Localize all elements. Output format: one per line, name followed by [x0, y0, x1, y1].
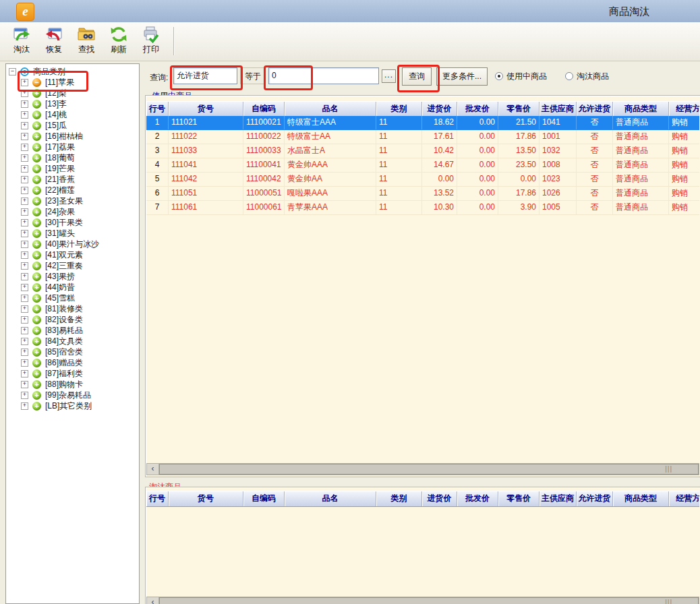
expand-icon[interactable]: +	[21, 230, 28, 237]
tree-item[interactable]: ++[41]双元素	[6, 249, 139, 260]
restore-button[interactable]: 恢复	[38, 24, 70, 59]
expand-icon[interactable]: +	[21, 284, 28, 291]
column-header[interactable]: 品名	[285, 102, 376, 117]
column-header[interactable]: 货号	[169, 102, 243, 117]
scroll-left-icon[interactable]: ‹	[147, 464, 159, 475]
expand-icon[interactable]: +	[21, 100, 28, 108]
column-header[interactable]: 主供应商	[539, 491, 577, 506]
column-header[interactable]: 商品类型	[613, 102, 669, 117]
table-row[interactable]: 411104111100041黄金帅AAA1114.670.0023.50100…	[146, 158, 699, 173]
tree-item[interactable]: ++[40]果汁与冰沙	[6, 239, 139, 249]
eliminate-button[interactable]: 淘汰	[5, 24, 38, 59]
query-field-combo[interactable]: 允许进货	[173, 67, 237, 84]
expand-icon[interactable]: +	[21, 122, 28, 129]
column-header[interactable]: 品名	[285, 491, 376, 506]
tree-item[interactable]: ++[88]购物卡	[6, 379, 139, 390]
table-row[interactable]: 311103311100033水晶富士A1110.420.0013.501032…	[146, 144, 699, 158]
expand-icon[interactable]: +	[21, 90, 28, 97]
tree-item[interactable]: ++[17]荔果	[6, 142, 139, 152]
tree-item[interactable]: ++[15]瓜	[6, 120, 139, 131]
tree-item[interactable]: ++[16]柑桔柚	[6, 131, 139, 142]
tree-item[interactable]: ++[86]赠品类	[6, 357, 139, 368]
expand-icon[interactable]: +	[21, 262, 28, 270]
expand-icon[interactable]: +	[21, 241, 28, 248]
expand-icon[interactable]: +	[21, 349, 28, 356]
expand-icon[interactable]: +	[21, 327, 28, 334]
tree-item[interactable]: ++[24]杂果	[6, 206, 139, 217]
tree-item[interactable]: ++[13]李	[6, 98, 139, 109]
tree-item[interactable]: ++[45]雪糕	[6, 293, 139, 303]
column-header[interactable]: 批发价	[457, 102, 498, 117]
column-header[interactable]: 货号	[169, 491, 243, 506]
expand-icon[interactable]: +	[21, 154, 28, 162]
active-table-hscrollbar[interactable]: ‹ |||	[146, 463, 699, 475]
query-value-input[interactable]: 0	[268, 67, 379, 84]
column-header[interactable]: 允许进货	[577, 102, 613, 117]
tree-item[interactable]: ++[85]宿舍类	[6, 346, 139, 357]
tree-item[interactable]: ++[44]奶昔	[6, 282, 139, 293]
tree-item[interactable]: ++[21]香蕉	[6, 174, 139, 185]
tree-item[interactable]: ++[18]葡萄	[6, 152, 139, 163]
tree-item[interactable]: ++[22]榴莲	[6, 185, 139, 195]
scroll-left-icon[interactable]: ‹	[147, 597, 159, 604]
column-header[interactable]: 自编码	[243, 491, 285, 506]
column-header[interactable]: 进货价	[422, 102, 457, 117]
search-button[interactable]: 查询	[402, 67, 432, 86]
expand-icon[interactable]: +	[21, 370, 28, 378]
tree-item[interactable]: ++[84]文具类	[6, 336, 139, 346]
expand-icon[interactable]: +	[21, 111, 28, 119]
expand-icon[interactable]: +	[21, 273, 28, 280]
tree-item[interactable]: +−[11]苹果	[6, 77, 139, 88]
tree-item[interactable]: ++[42]三重奏	[6, 260, 139, 271]
tree-item[interactable]: ++[83]易耗品	[6, 325, 139, 336]
table-row[interactable]: 711106111000061青苹果AAA1110.300.003.901005…	[146, 201, 699, 215]
expand-icon[interactable]: +	[21, 133, 28, 140]
column-header[interactable]: 行号	[146, 491, 169, 506]
table-row[interactable]: 211102211100022特级富士AA1117.610.0017.86100…	[146, 130, 699, 144]
column-header[interactable]: 主供应商	[539, 102, 577, 117]
tree-item[interactable]: ++[81]装修类	[6, 303, 139, 314]
table-row[interactable]: 511104211100042黄金帅AA110.000.000.001023否普…	[146, 173, 699, 187]
tree-item[interactable]: ++[14]桃	[6, 109, 139, 120]
column-header[interactable]: 经营方式	[669, 491, 699, 506]
refresh-button[interactable]: 刷新	[103, 24, 135, 59]
scrollbar-thumb[interactable]: |||	[159, 597, 699, 604]
expand-icon[interactable]: +	[21, 251, 28, 259]
column-header[interactable]: 批发价	[457, 491, 498, 506]
expand-icon[interactable]: +	[21, 295, 28, 302]
tree-item[interactable]: ++[82]设备类	[6, 314, 139, 325]
column-header[interactable]: 类别	[376, 491, 422, 506]
table-row[interactable]: 111102111100021特级富士AAA1118.620.0021.5010…	[146, 116, 699, 130]
radio-1[interactable]: 淘汰商品	[565, 71, 609, 82]
column-header[interactable]: 零售价	[498, 102, 539, 117]
expand-icon[interactable]: +	[21, 79, 28, 86]
ellipsis-button[interactable]: ...	[382, 69, 396, 83]
column-header[interactable]: 零售价	[498, 491, 539, 506]
expand-icon[interactable]: +	[21, 305, 28, 313]
expand-icon[interactable]: +	[21, 316, 28, 324]
expand-icon[interactable]: +	[21, 144, 28, 151]
more-conditions-button[interactable]: 更多条件...	[436, 67, 488, 86]
tree-item[interactable]: ++[99]杂易耗品	[6, 390, 139, 400]
tree-item[interactable]: ++[12]梨	[6, 88, 139, 98]
print-button[interactable]: 打印	[135, 24, 167, 59]
tree-item[interactable]: ++[30]干果类	[6, 217, 139, 228]
tree-item[interactable]: ++[19]芒果	[6, 163, 139, 174]
eliminated-table-hscrollbar[interactable]: ‹ |||	[146, 597, 699, 604]
tree-item[interactable]: ++[23]圣女果	[6, 195, 139, 206]
tree-item[interactable]: ++[31]罐头	[6, 228, 139, 239]
collapse-icon[interactable]: −	[9, 68, 16, 76]
expand-icon[interactable]: +	[21, 198, 28, 205]
column-header[interactable]: 经营方式	[669, 102, 699, 117]
tree-item[interactable]: ++[87]福利类	[6, 368, 139, 379]
column-header[interactable]: 商品类型	[613, 491, 669, 506]
radio-0[interactable]: 使用中商品	[495, 71, 547, 82]
column-header[interactable]: 允许进货	[577, 491, 613, 506]
expand-icon[interactable]: +	[21, 359, 28, 367]
expand-icon[interactable]: +	[21, 165, 28, 173]
tree-item[interactable]: ++[43]果捞	[6, 271, 139, 282]
expand-icon[interactable]: +	[21, 381, 28, 388]
column-header[interactable]: 类别	[376, 102, 422, 117]
expand-icon[interactable]: +	[21, 219, 28, 227]
expand-icon[interactable]: +	[21, 402, 28, 410]
